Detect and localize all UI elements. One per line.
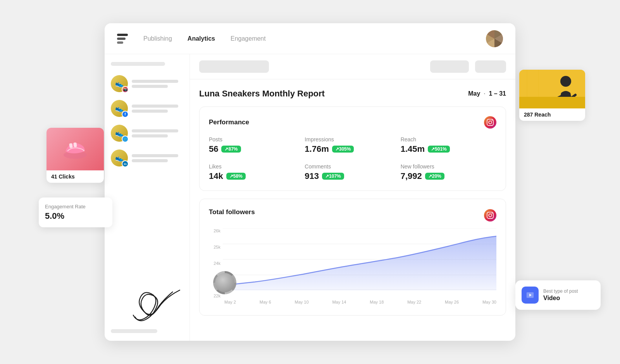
app-logo (117, 32, 131, 46)
reach-image-svg (519, 70, 585, 108)
metrics-grid: Posts 56 ↗87% Impressions 1.76m ↗305% (209, 136, 496, 181)
svg-rect-10 (519, 97, 585, 108)
best-post-text: Best type of post Video (543, 288, 578, 302)
engagement-label: Engagement Rate (45, 204, 106, 209)
nav-analytics[interactable]: Analytics (188, 35, 215, 42)
card-header: Performance (209, 116, 496, 129)
sidebar-line (132, 129, 178, 132)
sidebar-avatar-instagram: 👟 📷 (111, 75, 128, 92)
floating-best-post-card: Best type of post Video (515, 280, 601, 310)
sneaker-image (60, 136, 91, 163)
sidebar-item-twitter[interactable]: 👟 🐦 (111, 123, 183, 143)
chart-x-label: May 18 (370, 300, 384, 304)
floating-engagement-card: Engagement Rate 5.0% (39, 197, 112, 227)
instagram-badge: 📷 (122, 86, 129, 93)
right-panel: Luna Sneakers Monthly Report May · 1 – 3… (190, 54, 515, 341)
reach-image (519, 70, 585, 108)
chart-instagram-icon (484, 209, 496, 221)
followers-chart-svg (223, 228, 496, 290)
chart-wrapper: 26k 25k 24k 23k 22k (209, 228, 496, 306)
chart-title: Total followers (209, 208, 255, 216)
sidebar-search-bar (111, 62, 165, 66)
sidebar-line (132, 159, 168, 162)
metric-likes: Likes 14k ↗58% (209, 163, 305, 181)
chart-x-labels: May 2 May 6 May 10 May 14 May 18 May 22 … (209, 300, 496, 304)
reach-label: 287 Reach (519, 108, 585, 121)
twitter-badge: 🐦 (122, 136, 129, 143)
metric-posts: Posts 56 ↗87% (209, 136, 305, 154)
instagram-icon (484, 116, 496, 129)
clicks-label: 41 Clicks (46, 170, 104, 183)
metric-impressions: Impressions 1.76m ↗305% (305, 136, 400, 154)
engagement-value: 5.0% (45, 211, 106, 221)
sidebar-line (132, 110, 168, 113)
sidebar-line (132, 134, 168, 137)
sidebar-line (132, 105, 178, 108)
sidebar-line (132, 80, 178, 83)
navigation: Publishing Analytics Engagement (105, 23, 515, 54)
chart-x-label: May 14 (332, 300, 346, 304)
sidebar-item-instagram[interactable]: 👟 📷 (111, 74, 183, 94)
sidebar-line (132, 154, 178, 157)
chart-x-label: May 22 (407, 300, 421, 304)
best-post-value: Video (543, 295, 578, 302)
nav-publishing[interactable]: Publishing (143, 35, 172, 42)
chart-x-label: May 6 (260, 300, 271, 304)
sidebar-item-facebook[interactable]: 👟 f (111, 98, 183, 118)
svg-point-9 (560, 76, 571, 87)
floating-clicks-card: 41 Clicks (46, 128, 104, 183)
svg-rect-7 (73, 143, 77, 148)
nav-engagement[interactable]: Engagement (231, 35, 266, 42)
avatar[interactable] (486, 30, 503, 47)
floating-reach-card: 287 Reach (519, 70, 585, 121)
report-title: Luna Sneakers Monthly Report (199, 89, 325, 99)
metric-new-followers: New followers 7,992 ↗20% (401, 163, 496, 181)
sidebar-text (132, 154, 183, 162)
sidebar-user-avatar (213, 271, 236, 294)
filter-pill-type[interactable] (430, 60, 469, 73)
metric-comments: Comments 913 ↗107% (305, 163, 400, 181)
sidebar-text (132, 129, 183, 137)
chart-y-label: 26k (209, 228, 220, 233)
chart-y-label: 22k (209, 294, 220, 298)
sidebar-text (132, 80, 183, 88)
sidebar-item-linkedin[interactable]: 👟 in (111, 148, 183, 168)
clicks-image (46, 128, 104, 170)
chart-y-label: 25k (209, 245, 220, 249)
linkedin-badge: in (122, 160, 129, 167)
sidebar-avatar-twitter: 👟 🐦 (111, 125, 128, 142)
chart-x-label: May 2 (224, 300, 236, 304)
sidebar-avatar-facebook: 👟 f (111, 100, 128, 117)
chart-x-label: May 26 (445, 300, 459, 304)
best-post-label: Best type of post (543, 288, 578, 294)
best-post-icon (522, 287, 539, 304)
nav-links: Publishing Analytics Engagement (143, 35, 266, 42)
chart-x-label: May 30 (482, 300, 496, 304)
report-area: Luna Sneakers Monthly Report May · 1 – 3… (190, 79, 515, 325)
card-title: Performance (209, 118, 249, 126)
metric-reach: Reach 1.45m ↗501% (401, 136, 496, 154)
chart-x-label: May 10 (295, 300, 309, 304)
sidebar-line (132, 85, 168, 88)
sidebar-avatar-linkedin: 👟 in (111, 149, 128, 167)
sidebar-text (132, 105, 183, 113)
performance-card: Performance Posts 56 (199, 106, 506, 191)
filter-pill-date[interactable] (199, 60, 269, 73)
filter-pill-export[interactable] (475, 60, 506, 73)
chart-y-label: 24k (209, 261, 220, 266)
filter-bar (190, 54, 515, 79)
followers-chart-card: Total followers 26k 25k (199, 199, 506, 316)
report-date: May · 1 – 31 (468, 90, 506, 97)
facebook-badge: f (122, 111, 129, 118)
doodle-decoration (112, 287, 190, 333)
report-header: Luna Sneakers Monthly Report May · 1 – 3… (199, 89, 506, 99)
